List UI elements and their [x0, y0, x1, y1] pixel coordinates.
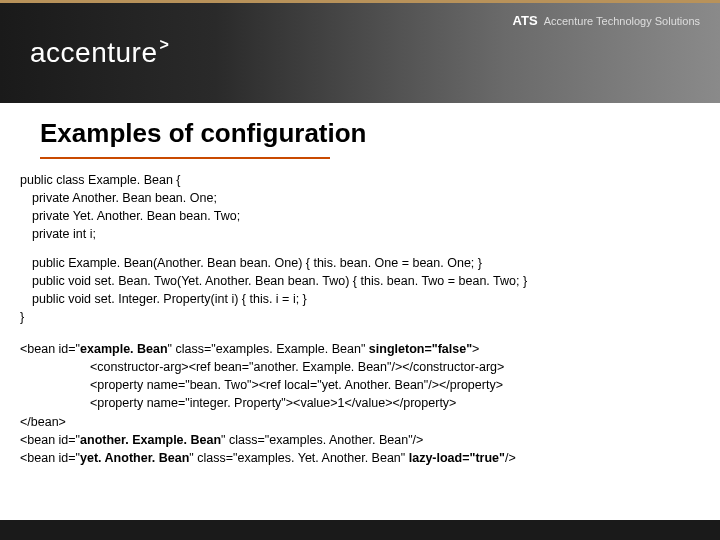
- code-line: <constructor-arg><ref bean="another. Exa…: [20, 358, 700, 376]
- ats-full-text: Accenture Technology Solutions: [544, 15, 700, 27]
- code-line: private int i;: [20, 225, 700, 243]
- bean-id: another. Example. Bean: [80, 433, 221, 447]
- logo-text: accenture: [30, 37, 157, 68]
- code-line: public void set. Integer. Property(int i…: [20, 290, 700, 308]
- text-run: <bean id=": [20, 451, 80, 465]
- spacer: [20, 244, 700, 254]
- text-run: " class="examples. Another. Bean"/>: [221, 433, 423, 447]
- code-line: private Yet. Another. Bean bean. Two;: [20, 207, 700, 225]
- bean-id: yet. Another. Bean: [80, 451, 189, 465]
- text-run: />: [505, 451, 516, 465]
- code-line: }: [20, 308, 700, 326]
- code-line: public void set. Bean. Two(Yet. Another.…: [20, 272, 700, 290]
- code-line: <bean id="another. Example. Bean" class=…: [20, 431, 700, 449]
- code-line: </bean>: [20, 413, 700, 431]
- ats-brand: ATS Accenture Technology Solutions: [513, 13, 700, 28]
- header-banner: accenture> ATS Accenture Technology Solu…: [0, 3, 720, 103]
- text-run: >: [472, 342, 479, 356]
- logo-chevron-icon: >: [159, 36, 169, 53]
- xml-code-block: <bean id="example. Bean" class="examples…: [0, 336, 720, 477]
- accenture-logo: accenture>: [30, 37, 167, 69]
- code-line: <bean id="yet. Another. Bean" class="exa…: [20, 449, 700, 467]
- bean-id: example. Bean: [80, 342, 168, 356]
- ats-logo-text: ATS: [513, 13, 538, 28]
- text-run: " class="examples. Example. Bean": [168, 342, 369, 356]
- code-line: public class Example. Bean {: [20, 171, 700, 189]
- code-line: <property name="bean. Two"><ref local="y…: [20, 376, 700, 394]
- attr: singleton="false": [369, 342, 472, 356]
- java-code-block: public class Example. Bean { private Ano…: [0, 167, 720, 336]
- code-line: private Another. Bean bean. One;: [20, 189, 700, 207]
- slide-title: Examples of configuration: [0, 103, 720, 157]
- text-run: " class="examples. Yet. Another. Bean": [189, 451, 408, 465]
- code-line: <bean id="example. Bean" class="examples…: [20, 340, 700, 358]
- footer-bar: [0, 520, 720, 540]
- attr: lazy-load="true": [409, 451, 505, 465]
- code-line: <property name="integer. Property"><valu…: [20, 394, 700, 412]
- code-line: public Example. Bean(Another. Bean bean.…: [20, 254, 700, 272]
- text-run: <bean id=": [20, 433, 80, 447]
- title-underline: [40, 157, 330, 159]
- text-run: <bean id=": [20, 342, 80, 356]
